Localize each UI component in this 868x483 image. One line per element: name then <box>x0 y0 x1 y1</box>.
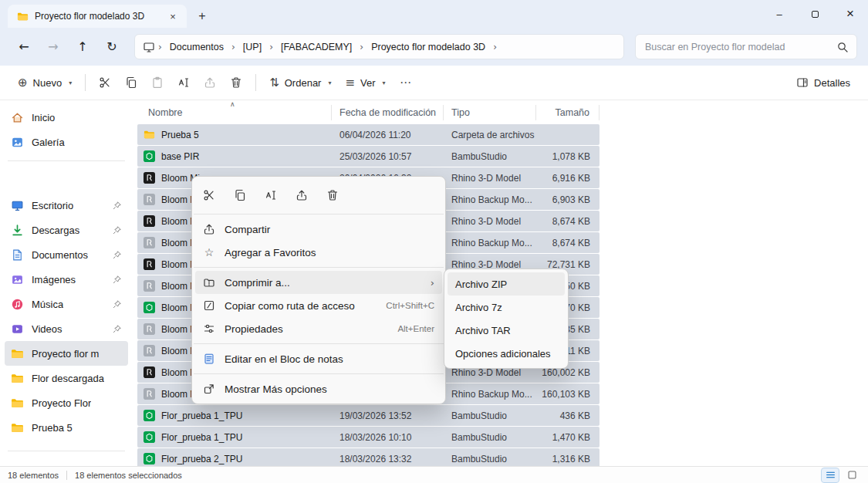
sidebar-item-proyecto-flor-modelado[interactable]: Proyecto flor m <box>5 341 128 366</box>
share-icon <box>296 189 308 201</box>
sidebar-item-prueba-5[interactable]: Prueba 5 <box>5 415 128 440</box>
sidebar-item-musica[interactable]: Música <box>5 292 128 316</box>
paste-button[interactable] <box>144 69 171 96</box>
close-button[interactable]: × <box>833 0 868 28</box>
breadcrumb-item[interactable]: Proyecto flor modelado 3D <box>366 39 490 55</box>
breadcrumb-item[interactable]: [FABACADEMY] <box>276 39 356 55</box>
sidebar-item-proyecto-flor[interactable]: Proyecto Flor <box>5 390 128 415</box>
new-button[interactable]: ⊕ Nuevo ▾ <box>11 69 79 96</box>
sidebar-item-galeria[interactable]: Galería <box>5 130 128 154</box>
submenu-item-archivo-tar[interactable]: Archivo TAR <box>448 319 565 342</box>
column-header-fecha[interactable]: Fecha de modificación <box>332 105 444 120</box>
file-date: 25/03/2026 10:57 <box>332 151 444 162</box>
delete-button[interactable] <box>223 69 249 96</box>
breadcrumb-separator: › <box>157 42 164 52</box>
details-pane-button[interactable]: Detalles <box>789 69 857 96</box>
maximize-button[interactable] <box>797 0 833 28</box>
file-row[interactable]: Flor_prueba 2_TPU 18/03/2026 13:32 Bambu… <box>137 448 599 466</box>
menu-item-editar-en-bloc-de-notas[interactable]: Editar en el Bloc de notas <box>195 347 442 370</box>
pin-icon <box>112 324 122 334</box>
refresh-button[interactable]: ↻ <box>99 35 125 59</box>
file-row[interactable]: Flor_prueba 1_TPU 18/03/2026 10:10 Bambu… <box>137 427 599 448</box>
menu-item-comprimir-a[interactable]: Comprimir a... › <box>195 271 442 294</box>
view-button[interactable]: ≡ Ver ▾ <box>338 69 392 96</box>
rename-button[interactable] <box>171 69 197 96</box>
navigation-pane: Inicio Galería Escritorio Descargas <box>0 100 133 466</box>
back-button[interactable]: ← <box>11 35 37 59</box>
properties-icon <box>203 323 215 335</box>
window-controls: – × <box>762 0 868 28</box>
cut-button[interactable] <box>194 182 225 208</box>
sidebar-item-descargas[interactable]: Descargas <box>5 218 128 242</box>
delete-button[interactable] <box>317 182 348 208</box>
ellipsis-icon: ⋯ <box>400 77 411 89</box>
sidebar-item-documentos[interactable]: Documentos <box>5 242 128 267</box>
menu-item-propiedades[interactable]: Propiedades Alt+Enter <box>195 317 442 340</box>
file-type: Rhino 3-D Model <box>444 173 536 184</box>
this-pc-icon[interactable] <box>143 41 155 53</box>
large-icons-view-button[interactable] <box>843 468 860 482</box>
sidebar-item-imagenes[interactable]: Imágenes <box>5 267 128 292</box>
sidebar-item-flor-descargada[interactable]: Flor descargada <box>5 366 128 390</box>
menu-item-mostrar-mas-opciones[interactable]: Mostrar Más opciones <box>195 377 442 400</box>
rhino-backup-file-icon <box>144 194 155 205</box>
submenu-item-archivo-zip[interactable]: Archivo ZIP <box>448 272 565 296</box>
column-header-tamano[interactable]: Tamaño <box>536 105 599 120</box>
rename-button[interactable] <box>255 182 286 208</box>
column-header-tipo[interactable]: Tipo <box>444 105 536 120</box>
folder-icon <box>144 129 155 140</box>
details-view-button[interactable] <box>822 468 839 482</box>
breadcrumb-item[interactable]: [UP] <box>238 39 266 55</box>
explorer-tab[interactable]: Proyecto flor modelado 3D × <box>8 5 187 28</box>
submenu-item-opciones-adicionales[interactable]: Opciones adicionales <box>448 342 565 365</box>
sort-button-label: Ordenar <box>285 77 322 89</box>
menu-item-label: Editar en el Bloc de notas <box>225 353 434 365</box>
sidebar-item-inicio[interactable]: Inicio <box>5 105 128 130</box>
tab-close-icon[interactable]: × <box>165 8 181 24</box>
sidebar-item-label: Descargas <box>32 225 79 236</box>
sidebar-item-label: Música <box>32 299 63 310</box>
sort-button[interactable]: ⇅ Ordenar ▾ <box>262 69 338 96</box>
sidebar-item-escritorio[interactable]: Escritorio <box>5 193 128 218</box>
share-button[interactable] <box>197 69 223 96</box>
rhino-backup-file-icon <box>144 345 155 356</box>
submenu-item-archivo-7z[interactable]: Archivo 7z <box>448 296 565 319</box>
file-name: Flor_prueba 1_TPU <box>161 410 242 421</box>
forward-button[interactable]: → <box>40 35 66 59</box>
share-button[interactable] <box>286 182 317 208</box>
search-box <box>635 34 857 59</box>
search-input[interactable] <box>643 41 836 53</box>
menu-item-copiar-como-ruta[interactable]: Copiar como ruta de acceso Ctrl+Shift+C <box>195 294 442 317</box>
menu-item-shortcut: Ctrl+Shift+C <box>386 301 434 310</box>
rhino-backup-file-icon <box>144 237 155 248</box>
up-button[interactable]: ↑ <box>69 35 96 59</box>
plus-circle-icon: ⊕ <box>18 77 28 89</box>
copy-path-icon <box>203 299 215 312</box>
maximize-icon <box>812 11 819 18</box>
rhino-backup-file-icon <box>144 388 155 400</box>
file-row[interactable]: Flor_prueba 1_TPU 19/03/2026 13:52 Bambu… <box>137 405 599 426</box>
menu-separator <box>194 214 444 214</box>
sidebar-item-label: Imágenes <box>32 274 76 285</box>
sidebar-item-videos[interactable]: Videos <box>5 316 128 341</box>
folder-icon <box>11 347 24 360</box>
file-row[interactable]: base PIR 25/03/2026 10:57 BambuStudio 1,… <box>137 146 599 167</box>
notepad-icon <box>203 353 215 365</box>
new-tab-button[interactable]: + <box>191 6 213 26</box>
copy-button[interactable] <box>118 69 144 96</box>
file-type: BambuStudio <box>444 454 536 464</box>
breadcrumb-separator: › <box>268 42 275 52</box>
more-button[interactable]: ⋯ <box>393 69 419 96</box>
pin-icon <box>112 275 122 285</box>
copy-button[interactable] <box>225 182 255 208</box>
file-date: 06/04/2026 11:20 <box>332 130 444 140</box>
details-pane-label: Detalles <box>814 77 850 89</box>
file-type: Rhino 3-D Model <box>444 216 536 227</box>
menu-item-compartir[interactable]: Compartir <box>195 218 442 241</box>
breadcrumb-item[interactable]: Documentos <box>165 39 228 55</box>
minimize-button[interactable]: – <box>762 0 797 28</box>
cut-button[interactable] <box>92 69 118 96</box>
address-bar[interactable]: › Documentos › [UP] › [FABACADEMY] › Pro… <box>134 34 624 59</box>
menu-item-agregar-a-favoritos[interactable]: ☆ Agregar a Favoritos <box>195 241 442 264</box>
file-row[interactable]: Prueba 5 06/04/2026 11:20 Carpeta de arc… <box>137 124 599 145</box>
